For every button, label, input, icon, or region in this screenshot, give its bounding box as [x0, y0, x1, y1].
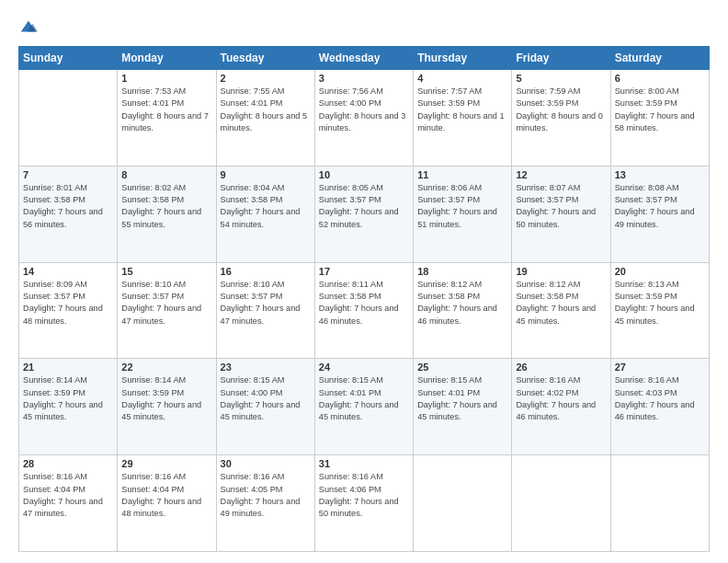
calendar-cell [512, 455, 610, 552]
calendar-cell: 2Sunrise: 7:55 AM Sunset: 4:01 PM Daylig… [216, 70, 314, 167]
day-number: 6 [615, 73, 705, 84]
calendar-cell: 14Sunrise: 8:09 AM Sunset: 3:57 PM Dayli… [19, 262, 118, 359]
calendar-cell: 4Sunrise: 7:57 AM Sunset: 3:59 PM Daylig… [414, 70, 512, 167]
day-info: Sunrise: 7:57 AM Sunset: 3:59 PM Dayligh… [417, 86, 507, 134]
day-number: 11 [417, 169, 507, 180]
calendar-week-row: 28Sunrise: 8:16 AM Sunset: 4:04 PM Dayli… [19, 455, 710, 552]
day-number: 27 [615, 362, 705, 373]
calendar-cell: 25Sunrise: 8:15 AM Sunset: 4:01 PM Dayli… [414, 359, 512, 455]
day-info: Sunrise: 8:00 AM Sunset: 3:59 PM Dayligh… [615, 86, 705, 134]
day-number: 31 [319, 458, 409, 469]
day-of-week-header: Tuesday [216, 47, 314, 70]
calendar-cell: 26Sunrise: 8:16 AM Sunset: 4:02 PM Dayli… [512, 359, 610, 455]
day-info: Sunrise: 8:16 AM Sunset: 4:02 PM Dayligh… [516, 374, 606, 423]
calendar-week-row: 14Sunrise: 8:09 AM Sunset: 3:57 PM Dayli… [19, 262, 710, 359]
day-info: Sunrise: 7:59 AM Sunset: 3:59 PM Dayligh… [516, 86, 606, 134]
day-number: 5 [516, 73, 606, 84]
day-info: Sunrise: 8:16 AM Sunset: 4:04 PM Dayligh… [121, 471, 211, 520]
day-number: 2 [221, 73, 311, 84]
page: SundayMondayTuesdayWednesdayThursdayFrid… [0, 0, 728, 563]
day-number: 16 [221, 266, 311, 277]
day-info: Sunrise: 7:53 AM Sunset: 4:01 PM Dayligh… [121, 86, 211, 134]
day-number: 25 [417, 362, 507, 373]
day-of-week-header: Friday [512, 47, 610, 70]
calendar-cell: 10Sunrise: 8:05 AM Sunset: 3:57 PM Dayli… [314, 166, 413, 262]
day-info: Sunrise: 8:14 AM Sunset: 3:59 PM Dayligh… [121, 374, 211, 423]
day-info: Sunrise: 8:08 AM Sunset: 3:57 PM Dayligh… [615, 182, 705, 231]
day-info: Sunrise: 8:06 AM Sunset: 3:57 PM Dayligh… [417, 182, 507, 231]
day-number: 9 [221, 169, 311, 180]
day-number: 4 [417, 73, 507, 84]
calendar-cell: 16Sunrise: 8:10 AM Sunset: 3:57 PM Dayli… [216, 262, 314, 359]
day-info: Sunrise: 8:09 AM Sunset: 3:57 PM Dayligh… [23, 279, 113, 327]
calendar-cell: 18Sunrise: 8:12 AM Sunset: 3:58 PM Dayli… [414, 262, 512, 359]
day-info: Sunrise: 8:12 AM Sunset: 3:58 PM Dayligh… [516, 279, 606, 327]
calendar-cell: 17Sunrise: 8:11 AM Sunset: 3:58 PM Dayli… [314, 262, 413, 359]
calendar-cell: 3Sunrise: 7:56 AM Sunset: 4:00 PM Daylig… [314, 70, 413, 167]
calendar-cell: 24Sunrise: 8:15 AM Sunset: 4:01 PM Dayli… [314, 359, 413, 455]
calendar-cell: 1Sunrise: 7:53 AM Sunset: 4:01 PM Daylig… [118, 70, 216, 167]
day-info: Sunrise: 8:16 AM Sunset: 4:06 PM Dayligh… [319, 471, 409, 520]
calendar-week-row: 7Sunrise: 8:01 AM Sunset: 3:58 PM Daylig… [19, 166, 710, 262]
day-number: 28 [23, 458, 113, 469]
day-number: 10 [319, 169, 409, 180]
day-number: 22 [121, 362, 211, 373]
day-number: 20 [615, 266, 705, 277]
day-number: 7 [23, 169, 113, 180]
day-info: Sunrise: 8:15 AM Sunset: 4:01 PM Dayligh… [417, 374, 507, 423]
calendar-cell: 5Sunrise: 7:59 AM Sunset: 3:59 PM Daylig… [512, 70, 610, 167]
calendar-cell: 28Sunrise: 8:16 AM Sunset: 4:04 PM Dayli… [19, 455, 118, 552]
logo [18, 17, 42, 37]
calendar-cell [19, 70, 118, 167]
calendar-cell: 8Sunrise: 8:02 AM Sunset: 3:58 PM Daylig… [118, 166, 216, 262]
calendar-cell: 27Sunrise: 8:16 AM Sunset: 4:03 PM Dayli… [610, 359, 709, 455]
day-of-week-header: Saturday [610, 47, 709, 70]
day-info: Sunrise: 8:07 AM Sunset: 3:57 PM Dayligh… [516, 182, 606, 231]
day-info: Sunrise: 8:10 AM Sunset: 3:57 PM Dayligh… [121, 279, 211, 327]
calendar-cell: 31Sunrise: 8:16 AM Sunset: 4:06 PM Dayli… [314, 455, 413, 552]
day-of-week-header: Sunday [19, 47, 118, 70]
day-number: 17 [319, 266, 409, 277]
day-info: Sunrise: 8:01 AM Sunset: 3:58 PM Dayligh… [23, 182, 113, 231]
day-number: 26 [516, 362, 606, 373]
day-of-week-header: Thursday [414, 47, 512, 70]
day-number: 29 [121, 458, 211, 469]
calendar-cell: 23Sunrise: 8:15 AM Sunset: 4:00 PM Dayli… [216, 359, 314, 455]
calendar-header-row: SundayMondayTuesdayWednesdayThursdayFrid… [19, 47, 710, 70]
day-of-week-header: Monday [118, 47, 216, 70]
day-of-week-header: Wednesday [314, 47, 413, 70]
day-number: 19 [516, 266, 606, 277]
calendar-week-row: 1Sunrise: 7:53 AM Sunset: 4:01 PM Daylig… [19, 70, 710, 167]
calendar-cell: 30Sunrise: 8:16 AM Sunset: 4:05 PM Dayli… [216, 455, 314, 552]
day-info: Sunrise: 8:14 AM Sunset: 3:59 PM Dayligh… [23, 374, 113, 423]
calendar-cell: 7Sunrise: 8:01 AM Sunset: 3:58 PM Daylig… [19, 166, 118, 262]
calendar-cell: 11Sunrise: 8:06 AM Sunset: 3:57 PM Dayli… [414, 166, 512, 262]
calendar-cell: 9Sunrise: 8:04 AM Sunset: 3:58 PM Daylig… [216, 166, 314, 262]
calendar-cell: 19Sunrise: 8:12 AM Sunset: 3:58 PM Dayli… [512, 262, 610, 359]
day-number: 12 [516, 169, 606, 180]
day-info: Sunrise: 7:55 AM Sunset: 4:01 PM Dayligh… [221, 86, 311, 134]
day-number: 8 [121, 169, 211, 180]
day-info: Sunrise: 8:11 AM Sunset: 3:58 PM Dayligh… [319, 279, 409, 327]
day-number: 1 [121, 73, 211, 84]
calendar-cell: 6Sunrise: 8:00 AM Sunset: 3:59 PM Daylig… [610, 70, 709, 167]
calendar-table: SundayMondayTuesdayWednesdayThursdayFrid… [18, 46, 710, 552]
day-info: Sunrise: 8:15 AM Sunset: 4:01 PM Dayligh… [319, 374, 409, 423]
calendar-cell: 13Sunrise: 8:08 AM Sunset: 3:57 PM Dayli… [610, 166, 709, 262]
header [18, 17, 710, 37]
day-info: Sunrise: 8:02 AM Sunset: 3:58 PM Dayligh… [121, 182, 211, 231]
day-info: Sunrise: 8:10 AM Sunset: 3:57 PM Dayligh… [221, 279, 311, 327]
day-info: Sunrise: 8:05 AM Sunset: 3:57 PM Dayligh… [319, 182, 409, 231]
day-info: Sunrise: 8:16 AM Sunset: 4:04 PM Dayligh… [23, 471, 113, 520]
calendar-cell: 12Sunrise: 8:07 AM Sunset: 3:57 PM Dayli… [512, 166, 610, 262]
day-number: 23 [221, 362, 311, 373]
day-info: Sunrise: 8:16 AM Sunset: 4:05 PM Dayligh… [221, 471, 311, 520]
day-info: Sunrise: 8:04 AM Sunset: 3:58 PM Dayligh… [221, 182, 311, 231]
calendar-cell: 29Sunrise: 8:16 AM Sunset: 4:04 PM Dayli… [118, 455, 216, 552]
day-number: 13 [615, 169, 705, 180]
logo-icon [18, 17, 39, 37]
day-number: 21 [23, 362, 113, 373]
calendar-cell [414, 455, 512, 552]
day-info: Sunrise: 8:15 AM Sunset: 4:00 PM Dayligh… [221, 374, 311, 423]
day-number: 24 [319, 362, 409, 373]
